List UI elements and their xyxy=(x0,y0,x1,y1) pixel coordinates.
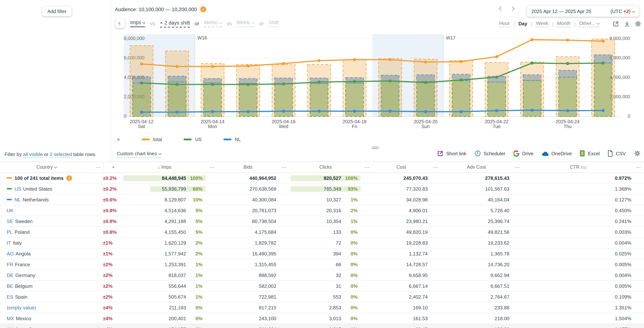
table-settings-gear-icon[interactable] xyxy=(634,150,641,157)
custom-chart-lines-dropdown[interactable]: Custom chart lines xyxy=(117,151,161,158)
ctr-value: 0.004% xyxy=(524,272,633,278)
table-row[interactable]: UK±0.8%4,514,6365%20,781,07320,3162%4,90… xyxy=(0,205,644,216)
table-row[interactable]: BEBelgium±2%556,6441%582,002310%6,667.14… xyxy=(0,281,644,292)
country-code-link[interactable]: AU xyxy=(7,326,14,328)
remove-shift-icon[interactable]: × xyxy=(160,19,163,25)
download-icon[interactable] xyxy=(623,20,630,27)
country-code-link[interactable]: NL xyxy=(14,197,21,202)
col-menu-icon[interactable]: ⋯ xyxy=(278,164,290,170)
scheduler-button[interactable]: Scheduler xyxy=(474,150,505,157)
excel-button[interactable]: Excel xyxy=(580,150,600,157)
close-icon[interactable]: × xyxy=(117,136,120,143)
granularity-day[interactable]: Day xyxy=(518,21,527,27)
selected-rows-link[interactable]: 2 selected xyxy=(50,152,72,158)
table-row[interactable]: PLPoland±0.8%4,155,4505%4,175,6841330%49… xyxy=(0,227,644,238)
country-code-link[interactable]: AO xyxy=(7,251,14,256)
country-code-link[interactable]: BE xyxy=(7,283,13,289)
imps-percent: 66% xyxy=(188,186,206,191)
granularity-hour[interactable]: Hour xyxy=(499,20,510,27)
col-bids[interactable]: Bids xyxy=(218,164,278,170)
col-menu-icon[interactable]: ⋯ xyxy=(511,164,524,170)
country-cell: NLNetherlands xyxy=(0,197,93,202)
table-row[interactable]: MXMexico±4%200,4010%243,1003,0130%161.53… xyxy=(0,313,644,324)
table-row[interactable]: NLNetherlands±0.6%8,129,80710%40,300,084… xyxy=(0,194,644,205)
granularity-other[interactable]: Other... xyxy=(579,20,599,27)
info-icon[interactable]: i xyxy=(200,6,206,12)
tolerance-value: ±4% xyxy=(103,305,124,310)
shift-selector[interactable]: ×2 days shift xyxy=(160,19,190,27)
date-range-picker[interactable]: 2025 Apr 12 — 2025 Apr 25 (UTC +2) xyxy=(527,5,639,17)
col-cost[interactable]: Cost xyxy=(373,164,429,170)
country-code-link[interactable]: ES xyxy=(7,294,13,300)
col-menu-icon[interactable]: ⋯ xyxy=(206,164,218,170)
chevron-right-icon[interactable] xyxy=(510,6,514,11)
table-row[interactable]: DEGermany±2%818,0371%888,592320%9,658.95… xyxy=(0,270,644,281)
col-menu-icon[interactable]: ⋯ xyxy=(633,164,644,170)
csv-button[interactable]: CSV xyxy=(608,150,626,157)
tolerance-value: ±0.8% xyxy=(103,208,124,213)
time-series-chart[interactable]: 002,000,0002,000,0004,000,0004,000,0006,… xyxy=(0,31,644,134)
drive-button[interactable]: Drive xyxy=(513,150,534,157)
granularity-month[interactable]: Month xyxy=(557,20,570,27)
tolerance-value: ±0.8% xyxy=(103,229,124,235)
col-imps[interactable]: ↓ Imps xyxy=(124,164,206,170)
country-code-link[interactable]: IT xyxy=(7,240,11,246)
clock-icon xyxy=(474,150,481,157)
col-menu-icon[interactable]: ⋯ xyxy=(360,164,373,170)
col-menu-icon[interactable]: ⋯ xyxy=(93,164,103,170)
metric-selector-3[interactable]: Metric xyxy=(236,20,254,27)
col-menu-icon[interactable]: ⋯ xyxy=(429,164,442,170)
metric-selector-1[interactable]: Imps xyxy=(130,20,145,27)
legend-item-us[interactable]: US xyxy=(184,137,202,142)
imps-value: 1,577,942 xyxy=(124,251,188,256)
table-row[interactable]: ITItaly±1%1,620,1292%1,829,782720%19,228… xyxy=(0,238,644,248)
add-filter-button[interactable]: Add filter xyxy=(42,6,72,16)
col-plus[interactable]: + xyxy=(103,162,124,172)
legend-item-nl[interactable]: NL xyxy=(223,137,241,142)
imps-value: 4,514,636 xyxy=(124,208,188,213)
metric-selector-2[interactable]: Metric xyxy=(204,20,222,27)
all-visible-link[interactable]: all visible xyxy=(23,152,43,158)
tolerance-value: ±2% xyxy=(103,272,124,278)
ctr-value: 1.504% xyxy=(524,316,633,321)
info-icon[interactable]: i xyxy=(66,175,72,181)
table-row[interactable]: FRFrance±2%1,253,3911%1,315,455660%14,72… xyxy=(0,259,644,270)
table-row[interactable]: SESweden±0.8%4,291,1885%80,738,50410,354… xyxy=(0,216,644,227)
col-advcost[interactable]: Adv Cost xyxy=(442,164,511,170)
country-code-link[interactable]: UK xyxy=(7,208,14,213)
shift-selector-2[interactable]: Shift xyxy=(269,20,279,27)
table-row[interactable]: 100 of 241 total itemsi±0.2%84,448,94510… xyxy=(0,173,644,183)
granularity-week[interactable]: Week xyxy=(536,20,548,27)
svg-text:2025-04-22: 2025-04-22 xyxy=(485,119,509,124)
country-code-link[interactable]: DE xyxy=(7,272,14,278)
col-clicks[interactable]: Clicks xyxy=(290,164,360,170)
table-row[interactable]: USUnited States±0.2%55,936,79966%270,638… xyxy=(0,183,644,194)
open-in-new-icon[interactable] xyxy=(612,20,620,27)
country-code-link[interactable]: MX xyxy=(7,316,14,321)
imps-value: 200,401 xyxy=(124,316,188,321)
bids-value: 582,002 xyxy=(218,283,278,289)
svg-text:2025-04-16: 2025-04-16 xyxy=(272,119,296,124)
country-code-link[interactable]: PL xyxy=(7,229,13,235)
country-cell: AUAustralia xyxy=(0,326,93,328)
onedrive-button[interactable]: OneDrive xyxy=(541,151,572,156)
legend-item-total[interactable]: total xyxy=(142,137,162,142)
table-row[interactable]: AUAustralia±4%154,1570%311,9241,8150%89.… xyxy=(0,324,644,328)
legend-swatch-icon xyxy=(184,139,192,140)
col-ctr[interactable]: CTRf(x) xyxy=(524,164,633,170)
table-row[interactable]: AOAngola±1%1,577,9422%16,490,3953940%1,1… xyxy=(0,248,644,259)
country-code-link[interactable]: FR xyxy=(7,262,13,267)
table-row[interactable]: (empty value)±4%211,1930%817,2152,8530%1… xyxy=(0,302,644,313)
country-cell: SESweden xyxy=(0,218,93,224)
country-code-link[interactable]: SE xyxy=(7,218,13,224)
gear-icon[interactable] xyxy=(634,20,642,27)
short-link-button[interactable]: Short link xyxy=(437,150,466,157)
chevron-left-icon xyxy=(118,22,122,25)
chevron-left-icon[interactable] xyxy=(499,6,504,11)
resize-handle[interactable] xyxy=(372,146,378,150)
country-code-link[interactable]: (empty value) xyxy=(7,305,36,310)
country-code-link[interactable]: US xyxy=(14,186,21,191)
collapse-button[interactable] xyxy=(115,19,125,28)
col-country[interactable]: Country xyxy=(0,164,93,170)
table-row[interactable]: ESSpain±2%505,6741%722,9815530%2,402.742… xyxy=(0,292,644,302)
